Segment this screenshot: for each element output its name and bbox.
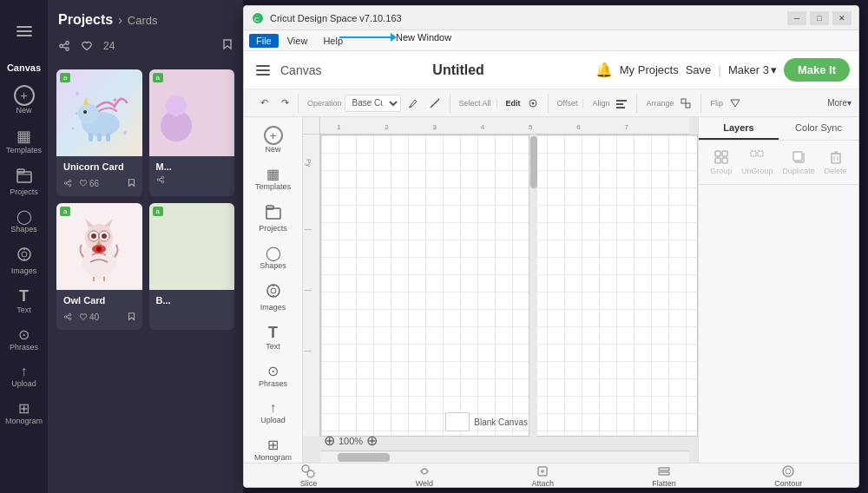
inner-tool-projects[interactable]: Projects: [247, 198, 299, 238]
menu-file[interactable]: File: [249, 34, 279, 48]
save-button[interactable]: Save: [686, 63, 712, 76]
inner-shapes-label: Shapes: [260, 261, 286, 270]
ruler-v-ticks: Py — — —: [303, 135, 319, 437]
share-icon[interactable]: [58, 40, 70, 52]
make-it-button[interactable]: Make It: [784, 58, 850, 82]
inner-tool-images[interactable]: Images: [247, 277, 299, 317]
redo-button[interactable]: ↷: [275, 94, 294, 113]
card-partial-top-badge: a: [153, 73, 163, 82]
main-content: + New ▦ Templates Projects ◯ Shapes: [244, 117, 858, 463]
card-owl[interactable]: a: [56, 203, 142, 330]
ruler-tick-6: 6: [576, 123, 580, 131]
svg-point-90: [307, 470, 314, 477]
align-label[interactable]: Align: [592, 99, 609, 108]
scroll-thumb-horizontal[interactable]: [338, 453, 390, 462]
my-projects-button[interactable]: My Projects: [620, 63, 679, 76]
arrange-button[interactable]: [676, 94, 695, 113]
svg-point-35: [161, 181, 164, 183]
heart-icon[interactable]: [81, 40, 93, 52]
tab-color-sync[interactable]: Color Sync: [779, 117, 858, 140]
sidebar-item-images[interactable]: Images: [0, 240, 50, 280]
zoom-minus-button[interactable]: ⊕: [324, 432, 335, 449]
menu-view[interactable]: View: [280, 34, 315, 48]
cricut-design-space-window: C Cricut Design Space v7.10.163 ─ □ ✕ Fi…: [243, 5, 859, 488]
card-partial-bottom-badge: a: [153, 207, 163, 216]
owl-share-icon[interactable]: [63, 312, 72, 321]
scroll-bar-horizontal[interactable]: [320, 450, 689, 463]
duplicate-label: Duplicate: [782, 167, 815, 175]
inner-tool-monogram[interactable]: ⊞ Monogram: [247, 431, 299, 463]
arrange-label[interactable]: Arrange: [646, 99, 674, 108]
undo-button[interactable]: ↶: [254, 94, 273, 113]
flip-button[interactable]: [726, 94, 745, 113]
contour-button[interactable]: Contour: [769, 463, 807, 488]
partial-top-share-icon[interactable]: [156, 175, 165, 184]
sidebar-item-projects[interactable]: Projects: [0, 161, 50, 201]
svg-point-26: [69, 184, 71, 187]
duplicate-button[interactable]: Duplicate: [779, 146, 819, 179]
owl-bookmark-icon[interactable]: [128, 309, 135, 325]
sidebar-item-phrases[interactable]: ⊙ Phrases: [0, 321, 50, 357]
canvas-grid[interactable]: [320, 135, 698, 437]
inner-tool-phrases[interactable]: ⊙ Phrases: [247, 358, 299, 393]
attach-button[interactable]: Attach: [526, 463, 559, 488]
unicorn-bookmark-icon[interactable]: [128, 175, 135, 191]
app-header-hamburger[interactable]: [253, 60, 273, 81]
sidebar-item-monogram[interactable]: ⊞ Monogram: [0, 395, 50, 431]
hamburger-menu[interactable]: [7, 14, 42, 49]
menu-bar: File View Help: [244, 30, 858, 51]
unicorn-share-icon[interactable]: [63, 179, 72, 187]
flatten-button[interactable]: Flatten: [647, 463, 681, 488]
svg-point-8: [66, 48, 69, 51]
zoom-plus-button[interactable]: ⊕: [366, 432, 378, 449]
card-partial-top[interactable]: a M...: [149, 69, 235, 196]
weld-button[interactable]: Weld: [411, 463, 438, 488]
sidebar-item-shapes[interactable]: ◯ Shapes: [0, 203, 50, 239]
sidebar-shapes-label: Shapes: [10, 225, 37, 233]
scroll-bar-vertical[interactable]: [529, 135, 537, 437]
bookmark-icon[interactable]: [222, 38, 233, 54]
operation-select[interactable]: Base Cut: [345, 95, 401, 112]
slice-button[interactable]: Slice: [295, 463, 323, 488]
sidebar-item-new[interactable]: + New: [0, 80, 50, 120]
inner-tool-text[interactable]: T Text: [247, 319, 299, 356]
flip-label[interactable]: Flip: [710, 99, 723, 108]
canvas-area[interactable]: 1 2 3 4 5 6 7 Py — — —: [303, 117, 698, 463]
edit-tool-button[interactable]: [523, 94, 542, 113]
tab-layers[interactable]: Layers: [699, 117, 779, 140]
breadcrumb-arrow: ›: [118, 13, 122, 27]
more-button[interactable]: More▾: [827, 98, 852, 108]
select-all-label: Select All: [459, 99, 491, 108]
delete-button[interactable]: Delete: [821, 146, 851, 179]
ungroup-button[interactable]: UnGroup: [738, 146, 777, 179]
svg-point-44: [91, 233, 96, 239]
notification-bell-icon[interactable]: 🔔: [595, 62, 613, 78]
card-partial-bottom[interactable]: a B...: [149, 203, 235, 330]
projects-icon: [16, 167, 33, 187]
card-owl-image: a: [56, 203, 142, 290]
svg-point-11: [76, 92, 79, 95]
edit-label[interactable]: Edit: [506, 99, 521, 108]
sidebar-item-text[interactable]: T Text: [0, 282, 50, 319]
unicorn-heart-icon[interactable]: 66: [79, 179, 99, 188]
minimize-button[interactable]: ─: [787, 11, 806, 25]
close-button[interactable]: ✕: [832, 11, 852, 25]
inner-upload-label: Upload: [260, 416, 286, 424]
inner-tool-templates[interactable]: ▦ Templates: [247, 161, 299, 196]
align-left-button[interactable]: [612, 94, 631, 113]
inner-tool-upload[interactable]: ↑ Upload: [247, 395, 299, 430]
pen-tool-button[interactable]: [404, 94, 423, 113]
sidebar-item-upload[interactable]: ↑ Upload: [0, 358, 50, 393]
card-unicorn[interactable]: a: [56, 69, 142, 196]
new-window-annotation: New Window: [339, 32, 453, 43]
inner-tool-shapes[interactable]: ◯ Shapes: [247, 240, 299, 275]
scroll-thumb-vertical[interactable]: [530, 136, 537, 188]
maximize-button[interactable]: □: [810, 11, 829, 25]
sidebar-images-label: Images: [11, 266, 37, 275]
machine-selector[interactable]: Maker 3 ▾: [728, 63, 777, 76]
sidebar-item-templates[interactable]: ▦ Templates: [0, 122, 50, 160]
line-tool-button[interactable]: [425, 94, 444, 113]
group-button[interactable]: Group: [707, 146, 735, 179]
owl-heart-icon[interactable]: 40: [79, 312, 99, 322]
inner-tool-new[interactable]: + New: [247, 121, 299, 159]
